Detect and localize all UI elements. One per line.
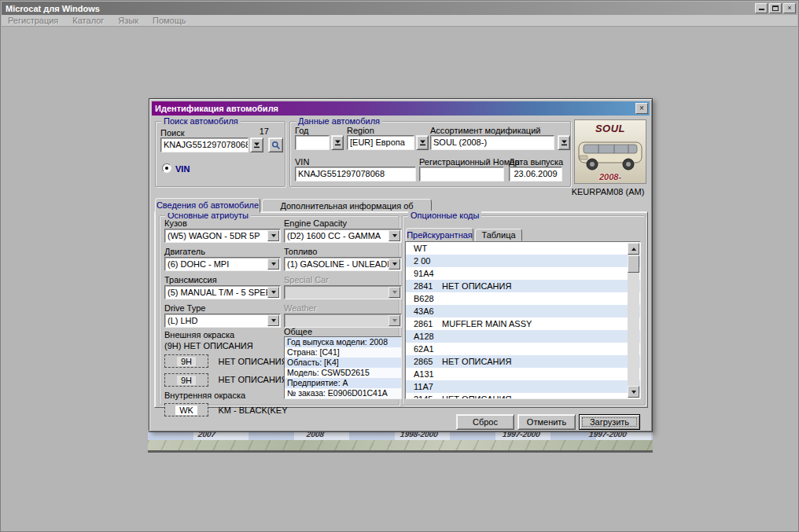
option-code-row[interactable]: 2861 MUFFLER MAIN ASSY [406, 317, 640, 330]
paint-desc: KM - BLACK(KEY [218, 405, 287, 415]
load-button[interactable]: Загрузить [579, 414, 640, 430]
attribute-field: Engine Capacity (D2) 1600 CC - GAMMA [284, 218, 402, 243]
general-info-row: Предприятие: A [285, 378, 401, 388]
minimize-button[interactable] [755, 3, 768, 13]
chevron-down-icon[interactable] [267, 259, 279, 270]
chevron-down-icon[interactable] [388, 315, 400, 326]
app-window: Microcat для Windows × РегистрацияКатало… [0, 0, 799, 532]
attribute-label: Weather [284, 303, 402, 313]
menu-item[interactable]: Каталог [72, 16, 104, 25]
attribute-combobox[interactable]: (1) GASOLINE - UNLEADED [284, 257, 402, 271]
combobox-value: (W5) WAGON - 5DR 5P [165, 229, 267, 242]
vin-radio[interactable] [162, 163, 171, 173]
menu-item[interactable]: Регистрация [8, 16, 58, 25]
maximize-button[interactable] [769, 3, 782, 13]
dialog-titlebar[interactable]: Идентификация автомобиля × [152, 101, 650, 116]
attribute-combobox[interactable]: (6) DOHC - MPI [164, 257, 281, 271]
attribute-combobox[interactable] [284, 314, 402, 328]
chevron-down-icon[interactable] [388, 230, 400, 241]
scroll-up-button[interactable] [628, 243, 639, 255]
registration-number-input[interactable] [419, 167, 504, 182]
vehicle-data-group: Данные автомобиля Год Region [EUR] Европ… [289, 121, 571, 187]
chevron-down-icon[interactable] [267, 315, 279, 326]
year-dropdown-button[interactable] [331, 135, 344, 150]
search-history-dropdown-button[interactable] [250, 138, 263, 152]
option-code-row[interactable]: A128 [406, 330, 640, 343]
general-info-box: Год выпуска модели: 2008Страна: [C41]Обл… [284, 336, 402, 399]
attribute-combobox[interactable]: (D2) 1600 CC - GAMMA [284, 229, 402, 243]
option-code: WT [414, 242, 440, 255]
dialog-close-button[interactable]: × [635, 103, 648, 114]
option-code-row[interactable]: 2 00 [406, 255, 640, 267]
chevron-down-icon[interactable] [267, 230, 279, 241]
region-dropdown-button[interactable] [416, 135, 429, 150]
option-code-row[interactable]: 2865 НЕТ ОПИСАНИЯ [406, 355, 640, 368]
paint-code: 9H [177, 357, 196, 366]
paint-swatch-button[interactable]: 9H [164, 373, 208, 387]
production-date-input[interactable]: 23.06.2009 [509, 167, 562, 182]
reset-button[interactable]: Сброс [456, 414, 514, 430]
paint-swatch-button[interactable]: WK [164, 403, 208, 416]
arrow-down-icon [631, 391, 636, 394]
attribute-label: Special Car [284, 275, 402, 284]
tab-table[interactable]: Таблица [475, 229, 522, 241]
vertical-scrollbar[interactable] [628, 243, 639, 398]
cancel-button[interactable]: Отменить [517, 414, 576, 430]
tab-pricelist[interactable]: Прейскурантная [406, 228, 473, 241]
combobox-value: (5) MANUAL T/M - 5 SPEED [165, 286, 267, 299]
option-codes-group-title: Опционные коды [408, 211, 481, 220]
scroll-down-button[interactable] [628, 386, 639, 398]
chevron-down-icon[interactable] [388, 287, 400, 298]
interior-swatch-row: WK KM - BLACK(KEY [164, 402, 400, 416]
drop-arrow-underline-icon [253, 141, 260, 149]
search-button[interactable] [268, 138, 283, 152]
general-info-row: Год выпуска модели: 2008 [285, 337, 401, 347]
combobox-value: (6) DOHC - MPI [165, 258, 267, 270]
option-code-row[interactable]: 91A4 [406, 267, 640, 280]
close-button[interactable]: × [783, 3, 796, 13]
option-code-row[interactable]: 2145 НЕТ ОПИСАНИЯ [406, 393, 640, 399]
search-input[interactable]: KNAJG551297078068 [160, 138, 249, 152]
vin-input[interactable]: KNAJG551297078068 [295, 167, 416, 182]
attribute-field: Weather [284, 303, 402, 328]
dialog-title: Идентификация автомобиля [152, 104, 635, 113]
option-code-row[interactable]: 62A1 [406, 343, 640, 355]
option-code: B628 [414, 292, 440, 305]
option-code-row[interactable]: B628 [406, 292, 640, 305]
chevron-down-icon[interactable] [267, 287, 279, 298]
drop-arrow-underline-icon [419, 139, 426, 146]
attribute-label: Engine Capacity [284, 218, 402, 228]
scrollbar-thumb[interactable] [628, 255, 639, 273]
attribute-combobox[interactable] [284, 285, 402, 299]
attribute-field: Топливо (1) GASOLINE - UNLEADED [284, 247, 402, 271]
vin-radio-label: VIN [175, 164, 190, 174]
attribute-combobox[interactable]: (5) MANUAL T/M - 5 SPEED [164, 285, 281, 299]
year-input[interactable] [295, 135, 330, 150]
chevron-down-icon[interactable] [388, 259, 400, 270]
option-description: НЕТ ОПИСАНИЯ [442, 393, 511, 399]
attribute-label: Drive Type [164, 303, 281, 313]
attribute-field: Трансмиссия (5) MANUAL T/M - 5 SPEED [164, 275, 281, 299]
option-code-row[interactable]: 2841 НЕТ ОПИСАНИЯ [406, 280, 640, 292]
menu-item[interactable]: Помощь [153, 16, 186, 25]
attribute-combobox[interactable]: (W5) WAGON - 5DR 5P [164, 229, 281, 243]
option-code: 2 00 [414, 255, 440, 267]
attribute-label: Топливо [284, 247, 402, 256]
paint-code: 9H [177, 376, 196, 385]
region-input[interactable]: [EUR] Европа [347, 135, 414, 150]
vin-field-label: VIN [295, 157, 309, 167]
attribute-combobox[interactable]: (L) LHD [164, 314, 281, 328]
option-code-row[interactable]: A131 [406, 368, 640, 380]
background-strip-edge [148, 450, 653, 453]
option-code-row[interactable]: 43A6 [406, 305, 640, 317]
option-codes-list[interactable]: WT 2 00 91A4 2841 НЕТ ОПИСАНИЯ B628 43A6… [405, 241, 641, 399]
model-range-dropdown-button[interactable] [558, 135, 570, 150]
model-range-input[interactable]: SOUL (2008-) [430, 135, 554, 150]
paint-swatch-button[interactable]: 9H [164, 354, 208, 368]
menu-item[interactable]: Язык [118, 16, 138, 25]
tab-vehicle-details[interactable]: Сведения об автомобиле [155, 198, 260, 213]
arrow-up-icon [631, 248, 636, 251]
option-code-row[interactable]: 11A7 [406, 380, 640, 393]
option-code-row[interactable]: WT [406, 242, 640, 255]
window-titlebar[interactable]: Microcat для Windows × [2, 2, 797, 15]
